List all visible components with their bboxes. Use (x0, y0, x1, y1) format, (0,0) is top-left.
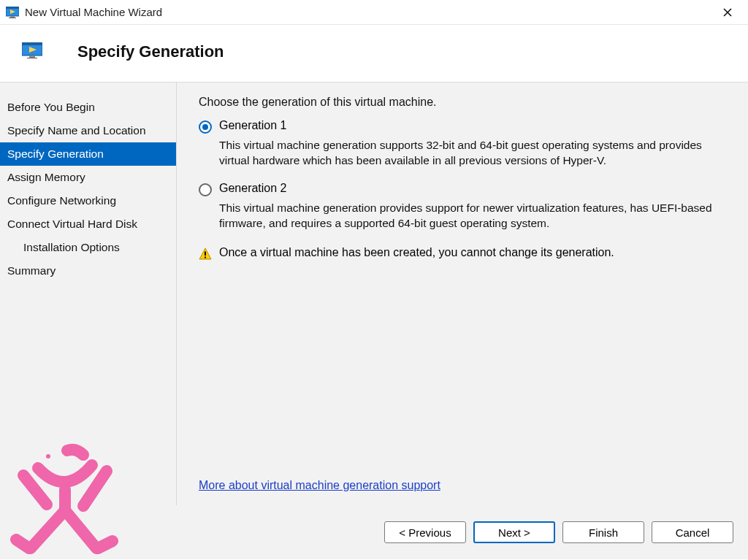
svg-rect-3 (9, 18, 16, 18)
gen2-description: This virtual machine generation provides… (219, 201, 730, 231)
step-assign-memory[interactable]: Assign Memory (0, 166, 176, 189)
step-specify-name-location[interactable]: Specify Name and Location (0, 119, 176, 142)
wizard-header: Specify Generation (0, 25, 748, 83)
svg-rect-10 (27, 58, 37, 58)
radio-generation-2[interactable]: Generation 2 (199, 182, 730, 196)
app-icon (6, 7, 19, 18)
generation-prompt: Choose the generation of this virtual ma… (199, 96, 730, 109)
gen1-description: This virtual machine generation supports… (219, 138, 730, 169)
previous-button[interactable]: < Previous (384, 521, 466, 543)
radio-icon (199, 120, 212, 134)
wizard-body: Before You Begin Specify Name and Locati… (0, 83, 748, 505)
finish-button[interactable]: Finish (562, 521, 644, 543)
generation-warning-text: Once a virtual machine has been created,… (219, 246, 614, 259)
hyper-v-icon (22, 42, 42, 58)
step-configure-networking[interactable]: Configure Networking (0, 189, 176, 212)
window-title: New Virtual Machine Wizard (25, 6, 713, 18)
close-icon (723, 8, 732, 17)
warning-icon (199, 248, 212, 261)
wizard-steps-sidebar: Before You Begin Specify Name and Locati… (0, 83, 177, 505)
radio-label-gen1: Generation 1 (219, 119, 287, 132)
generation-warning-row: Once a virtual machine has been created,… (199, 246, 730, 261)
wizard-footer: < Previous Next > Finish Cancel (0, 505, 748, 559)
step-before-you-begin[interactable]: Before You Begin (0, 96, 176, 119)
svg-rect-14 (205, 256, 206, 258)
radio-generation-1[interactable]: Generation 1 (199, 119, 730, 134)
svg-rect-2 (10, 16, 15, 18)
radio-label-gen2: Generation 2 (219, 182, 287, 195)
svg-rect-9 (29, 55, 35, 58)
step-connect-vhd[interactable]: Connect Virtual Hard Disk (0, 212, 176, 236)
svg-rect-1 (6, 7, 19, 9)
next-button[interactable]: Next > (473, 521, 555, 543)
svg-rect-8 (22, 42, 42, 45)
more-info-link[interactable]: More about virtual machine generation su… (199, 479, 440, 492)
close-button[interactable] (713, 0, 742, 24)
titlebar: New Virtual Machine Wizard (0, 0, 748, 25)
step-summary[interactable]: Summary (0, 259, 176, 283)
cancel-button[interactable]: Cancel (652, 521, 733, 543)
radio-icon (199, 183, 212, 196)
step-installation-options[interactable]: Installation Options (0, 236, 176, 259)
page-title: Specify Generation (77, 42, 224, 61)
wizard-content: Choose the generation of this virtual ma… (177, 83, 748, 505)
svg-rect-13 (205, 251, 206, 256)
step-specify-generation[interactable]: Specify Generation (0, 142, 176, 166)
